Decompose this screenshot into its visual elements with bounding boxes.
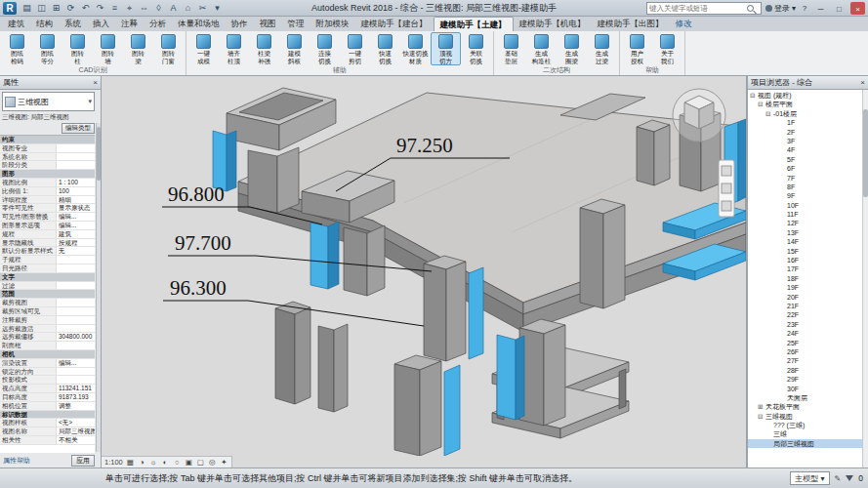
property-row[interactable]: 目标高度 91873.193 <box>0 393 95 402</box>
section-icon[interactable]: ✂ <box>196 2 209 15</box>
ribbon-tab[interactable]: 系统 <box>59 17 87 31</box>
ribbon-button[interactable]: 柱梁补强 <box>249 32 279 65</box>
property-row[interactable]: 阶段分类 <box>0 161 95 170</box>
temporary-hide-icon[interactable]: ◎ <box>207 457 218 468</box>
property-row[interactable]: 过滤 <box>0 282 95 291</box>
help-icon[interactable]: ? <box>800 4 809 13</box>
property-row[interactable]: 相机 <box>0 350 95 359</box>
property-row[interactable]: 相机位置 调整 <box>0 402 95 411</box>
tree-item[interactable]: 24F <box>748 329 868 338</box>
ribbon-button[interactable]: 关联切换 <box>461 32 491 65</box>
expander-icon[interactable]: ⊟ <box>758 412 765 421</box>
dropdown-icon[interactable]: ▾ <box>211 2 224 15</box>
print-icon[interactable]: ≡ <box>108 2 121 15</box>
visual-style-icon[interactable]: ◑ <box>137 457 147 468</box>
expander-icon[interactable]: ⊟ <box>758 100 765 108</box>
tree-item[interactable]: 三维 <box>748 429 868 438</box>
property-row[interactable]: 系统名称 <box>0 153 95 162</box>
save-icon[interactable]: ⊞ <box>50 2 62 15</box>
ribbon-button[interactable]: 图转门窗 <box>153 32 184 65</box>
tree-item[interactable]: ⊟ -01楼层 <box>748 109 868 118</box>
default-3d-view-icon[interactable]: ⌂ <box>182 2 194 15</box>
sync-icon[interactable]: ⟳ <box>64 2 77 15</box>
tree-item[interactable]: 4F <box>748 145 868 154</box>
ribbon-button[interactable]: 基础垫层 <box>496 32 526 65</box>
ribbon-tab[interactable]: 建筑 <box>2 17 30 31</box>
tree-item[interactable]: 18F <box>748 274 868 283</box>
property-row[interactable]: 图形 <box>0 170 95 179</box>
tree-item[interactable]: 20F <box>748 293 868 302</box>
file-menu-icon[interactable]: ▤ <box>21 2 33 15</box>
shadows-icon[interactable]: ◐ <box>160 457 171 468</box>
3d-view[interactable]: 97.250 96.800 97.700 96.300 <box>102 76 747 456</box>
tree-item[interactable]: 16F <box>748 256 868 264</box>
tree-item[interactable]: 8F <box>748 183 868 191</box>
ribbon-tab[interactable]: 视图 <box>254 17 282 31</box>
edit-type-button[interactable]: 编辑类型 <box>62 123 95 134</box>
ribbon-button[interactable]: 生成构造柱 <box>526 32 557 65</box>
viewcube[interactable] <box>673 89 725 142</box>
tree-item[interactable]: 2F <box>748 128 868 137</box>
expander-icon[interactable]: ⊟ <box>750 91 758 100</box>
property-row[interactable]: 视图样板 <无> <box>0 419 95 427</box>
ribbon-tab[interactable]: 建模助手【出图】 <box>592 17 670 31</box>
ribbon-tab[interactable]: 分析 <box>144 17 172 31</box>
tree-item[interactable]: 10F <box>748 201 868 210</box>
ribbon-button[interactable]: 一键剪切 <box>340 32 370 65</box>
property-row[interactable]: 锁定的方向 <box>0 368 95 377</box>
properties-help-link[interactable]: 属性帮助 <box>3 456 30 466</box>
ribbon-button[interactable]: 顶视切方 <box>431 32 461 65</box>
tree-item[interactable]: 13F <box>748 228 868 237</box>
tree-item[interactable]: 14F <box>748 237 868 246</box>
tree-item[interactable]: 6F <box>748 164 868 173</box>
ribbon-button[interactable]: 快速切换 <box>370 32 400 65</box>
ribbon-button[interactable]: 图转墙 <box>93 32 123 65</box>
sun-path-icon[interactable]: ☼ <box>148 457 159 468</box>
property-row[interactable]: 范围 <box>0 290 95 299</box>
tree-item[interactable]: 局部三维视图 <box>748 439 868 448</box>
close-icon[interactable]: × <box>93 78 98 87</box>
search-input[interactable] <box>649 4 747 13</box>
navigation-bar[interactable] <box>719 160 734 217</box>
close-icon[interactable]: × <box>860 78 865 87</box>
ribbon-button[interactable]: 用户授权 <box>622 32 652 65</box>
ribbon-tab[interactable]: 协作 <box>226 17 254 31</box>
ribbon-button[interactable]: 连接切换 <box>310 32 340 65</box>
property-row[interactable]: 标识数据 <box>0 411 95 420</box>
detail-level-icon[interactable]: ▦ <box>125 457 136 468</box>
tree-item[interactable]: 23F <box>748 320 868 329</box>
property-row[interactable]: 比例值 1: 100 <box>0 187 95 196</box>
tree-item[interactable]: ⊟ 三维视图 <box>748 412 868 421</box>
scale-label[interactable]: 1:100 <box>103 457 124 468</box>
ribbon-button[interactable]: 生成圈梁 <box>557 32 587 65</box>
browser-scrollbar[interactable] <box>862 90 868 468</box>
scrollbar-thumb[interactable] <box>863 109 868 197</box>
expander-icon[interactable]: ⊟ <box>765 109 773 118</box>
tree-item[interactable]: 天面层 <box>748 393 868 402</box>
tree-item[interactable]: 11F <box>748 210 868 219</box>
property-row[interactable]: 注释裁剪 <box>0 316 95 325</box>
tag-icon[interactable]: ◊ <box>152 2 165 15</box>
ribbon-button[interactable]: 生成过梁 <box>587 32 617 65</box>
ribbon-button[interactable]: 快速切换材质 <box>400 32 431 65</box>
ribbon-tab[interactable]: 结构 <box>30 17 59 31</box>
tree-item[interactable]: ⊟ 视图 (规程) <box>748 91 868 100</box>
ribbon-button[interactable]: 图纸检码 <box>2 32 32 65</box>
property-row[interactable]: 规程 建筑 <box>0 230 95 239</box>
tree-item[interactable]: 29F <box>748 375 868 384</box>
ribbon-tab[interactable]: 建模助手【土建】 <box>434 17 514 31</box>
tree-item[interactable]: 12F <box>748 219 868 227</box>
type-selector[interactable]: 三维视图 ▾ <box>2 92 95 111</box>
ribbon-button[interactable]: 墙齐柱顶 <box>219 32 249 65</box>
property-row[interactable]: 子规程 <box>0 256 95 264</box>
ribbon-tab[interactable]: 体量和场地 <box>172 17 226 31</box>
property-row[interactable]: 剖面框 <box>0 342 95 350</box>
property-row[interactable]: 零件可见性 显示原状态 <box>0 204 95 213</box>
tree-item[interactable]: 15F <box>748 247 868 256</box>
tree-item[interactable]: 30F <box>748 385 868 393</box>
close-button[interactable]: × <box>850 2 865 15</box>
ribbon-button[interactable]: 建模斜板 <box>279 32 310 65</box>
property-row[interactable]: 裁剪视图 <box>0 299 95 307</box>
property-row[interactable]: 远剪裁激活 <box>0 325 95 334</box>
property-row[interactable]: 视图名称 局部三维视图 <box>0 427 95 436</box>
